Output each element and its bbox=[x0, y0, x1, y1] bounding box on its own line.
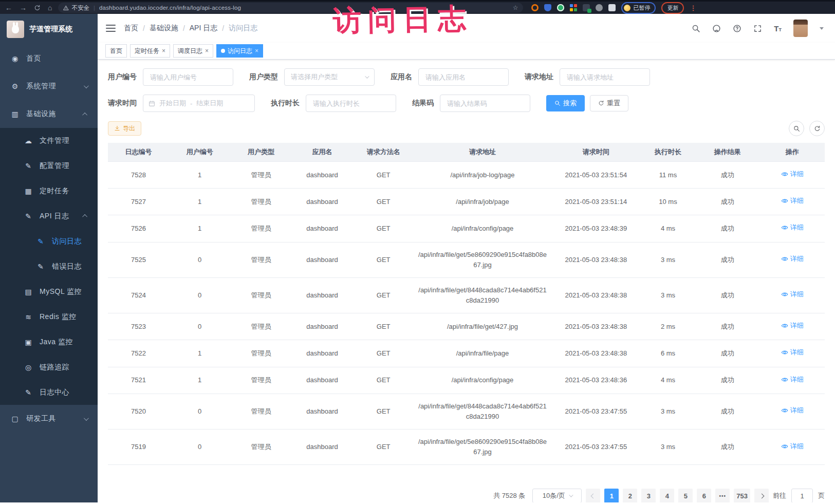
user-type-select[interactable]: 请选择用户类型 bbox=[284, 68, 375, 86]
security-warning[interactable]: 不安全 bbox=[63, 4, 89, 12]
page-button-4[interactable]: 4 bbox=[660, 489, 674, 502]
request-url-input[interactable] bbox=[560, 68, 650, 86]
detail-link[interactable]: 详细 bbox=[781, 375, 804, 385]
sidebar-item-system-management[interactable]: ⚙ 系统管理 bbox=[0, 72, 98, 100]
eye-icon bbox=[781, 322, 788, 329]
browser-menu-icon[interactable]: ⋮ bbox=[690, 4, 696, 12]
address-bar[interactable]: 不安全 | dashboard.yudao.iocoder.cn/infra/l… bbox=[58, 3, 523, 13]
sidebar-item-file-management[interactable]: ☁ 文件管理 bbox=[0, 128, 98, 153]
sidebar-item-mysql-monitor[interactable]: ▤ MySQL 监控 bbox=[0, 279, 98, 304]
search-icon[interactable] bbox=[692, 24, 700, 33]
sidebar-item-home[interactable]: ◉ 首页 bbox=[0, 45, 98, 72]
sidebar-item-infrastructure[interactable]: ▥ 基础设施 bbox=[0, 100, 98, 128]
avatar-caret-icon[interactable] bbox=[820, 27, 824, 30]
profile-paused-badge[interactable]: 已暂停 bbox=[621, 2, 656, 14]
detail-link[interactable]: 详细 bbox=[781, 289, 804, 300]
duration-input[interactable] bbox=[306, 95, 396, 112]
detail-link[interactable]: 详细 bbox=[781, 321, 804, 331]
breadcrumb-api-log[interactable]: API 日志 bbox=[190, 24, 217, 33]
url-cell: /api/infra/config/page bbox=[414, 367, 551, 394]
request-time-range-picker[interactable]: 开始日期 - 结束日期 bbox=[143, 95, 255, 112]
app-name-cell: dashboard bbox=[291, 162, 352, 189]
sidebar-item-redis-monitor[interactable]: ≋ Redis 监控 bbox=[0, 304, 98, 329]
sidebar-item-config-management[interactable]: ✎ 配置管理 bbox=[0, 153, 98, 178]
goto-page-input[interactable] bbox=[791, 489, 813, 502]
detail-link[interactable]: 详细 bbox=[781, 254, 804, 264]
user-type-cell: 管理员 bbox=[230, 340, 291, 367]
detail-link[interactable]: 详细 bbox=[781, 441, 804, 452]
sidebar-item-log-center[interactable]: ✎ 日志中心 bbox=[0, 380, 98, 405]
tab-schedule-log[interactable]: 调度日志 × bbox=[173, 44, 213, 58]
hamburger-icon[interactable] bbox=[106, 25, 116, 32]
page-button-753[interactable]: 753 bbox=[734, 489, 750, 502]
extension-icon-shield[interactable] bbox=[544, 4, 551, 11]
method-cell: GET bbox=[353, 162, 414, 189]
tab-scheduled-tasks[interactable]: 定时任务 × bbox=[130, 44, 170, 58]
sidebar-item-access-log[interactable]: ✎ 访问日志 bbox=[0, 229, 98, 254]
eye-icon bbox=[781, 291, 788, 298]
extension-icon-green[interactable] bbox=[557, 4, 564, 11]
font-size-icon[interactable]: TT bbox=[774, 24, 782, 33]
page-button-3[interactable]: 3 bbox=[641, 489, 656, 502]
sidebar-item-scheduled-tasks[interactable]: ▦ 定时任务 bbox=[0, 178, 98, 203]
sidebar-item-dev-tools[interactable]: ▢ 研发工具 bbox=[0, 405, 98, 433]
user-id-input[interactable] bbox=[143, 68, 233, 86]
github-icon[interactable] bbox=[712, 24, 721, 33]
more-pages-button[interactable]: ••• bbox=[715, 489, 730, 502]
close-icon[interactable]: × bbox=[255, 48, 258, 54]
detail-link[interactable]: 详细 bbox=[781, 169, 804, 179]
extension-icon-grey[interactable] bbox=[596, 4, 603, 11]
url-cell: /api/infra/file/get/427.jpg bbox=[414, 313, 551, 340]
page-button-1[interactable]: 1 bbox=[604, 489, 619, 502]
page-button-5[interactable]: 5 bbox=[678, 489, 693, 502]
tab-label: 定时任务 bbox=[135, 47, 159, 55]
result-code-input[interactable] bbox=[440, 95, 530, 112]
detail-link[interactable]: 详细 bbox=[781, 196, 804, 206]
sidebar-item-api-log[interactable]: ✎ API 日志 bbox=[0, 203, 98, 229]
detail-link[interactable]: 详细 bbox=[781, 347, 804, 358]
tab-home[interactable]: 首页 bbox=[105, 44, 127, 58]
eye-icon bbox=[781, 171, 788, 178]
page-button-2[interactable]: 2 bbox=[623, 489, 637, 502]
close-icon[interactable]: × bbox=[162, 48, 165, 54]
url-cell: /api/infra/file/get/5e8609290e915c4fa8b0… bbox=[414, 430, 551, 465]
browser-back-icon[interactable]: ← bbox=[5, 4, 12, 11]
sidebar-item-java-monitor[interactable]: ▣ Java 监控 bbox=[0, 329, 98, 354]
browser-reload-icon[interactable] bbox=[34, 5, 41, 11]
close-icon[interactable]: × bbox=[205, 48, 209, 54]
chevron-up-icon bbox=[82, 214, 87, 219]
refresh-button[interactable] bbox=[809, 121, 825, 136]
browser-home-icon[interactable]: ⌂ bbox=[48, 4, 52, 11]
browser-forward-icon[interactable]: → bbox=[20, 4, 27, 11]
fullscreen-icon[interactable] bbox=[753, 24, 762, 33]
next-page-button[interactable] bbox=[754, 489, 769, 502]
result-code-label: 结果码 bbox=[412, 99, 434, 108]
sidebar-item-error-log[interactable]: ✎ 错误日志 bbox=[0, 254, 98, 279]
help-icon[interactable] bbox=[733, 24, 741, 33]
sidebar-item-link-trace[interactable]: ◎ 链路追踪 bbox=[0, 354, 98, 380]
app-name-input[interactable] bbox=[418, 68, 509, 86]
page-size-select[interactable]: 10条/页 bbox=[532, 489, 582, 502]
page-button-6[interactable]: 6 bbox=[697, 489, 711, 502]
toggle-search-button[interactable] bbox=[789, 121, 804, 136]
extension-icon-puzzle[interactable] bbox=[608, 4, 616, 11]
app-logo-row[interactable]: 芋道管理系统 bbox=[0, 14, 98, 45]
log-center-icon: ✎ bbox=[24, 388, 33, 397]
detail-link[interactable]: 详细 bbox=[781, 405, 804, 416]
search-button-label: 搜索 bbox=[563, 99, 577, 108]
extension-icon-orange[interactable] bbox=[531, 4, 539, 11]
bookmark-star-icon[interactable]: ☆ bbox=[513, 4, 518, 11]
detail-link[interactable]: 详细 bbox=[781, 222, 804, 233]
user-avatar[interactable] bbox=[793, 20, 808, 37]
reset-button[interactable]: 重置 bbox=[590, 95, 628, 111]
search-button[interactable]: 搜索 bbox=[546, 95, 585, 111]
breadcrumb-home[interactable]: 首页 bbox=[124, 24, 138, 33]
breadcrumb-infrastructure[interactable]: 基础设施 bbox=[150, 24, 178, 33]
extension-icon-dark[interactable] bbox=[583, 4, 590, 11]
prev-page-button[interactable] bbox=[586, 489, 600, 502]
tab-access-log[interactable]: 访问日志 × bbox=[216, 44, 263, 58]
extension-icon-grid[interactable] bbox=[570, 4, 577, 11]
detail-label: 详细 bbox=[790, 222, 804, 233]
browser-update-button[interactable]: 更新 bbox=[661, 2, 684, 14]
export-button[interactable]: 导出 bbox=[108, 121, 141, 136]
